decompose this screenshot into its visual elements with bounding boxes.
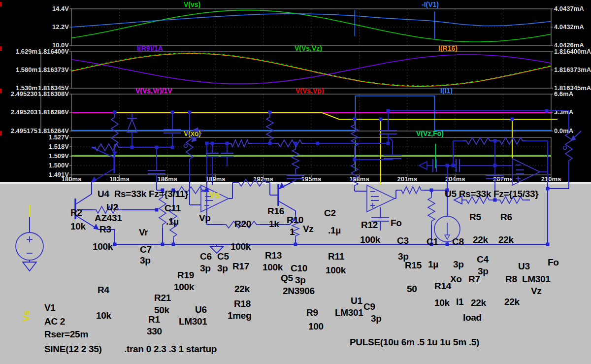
schematic-label-vs-net-top[interactable]: Vs [209, 190, 220, 200]
schematic-label-r17-ref[interactable]: R17 [232, 262, 249, 271]
schematic-label-r13-ref[interactable]: R13 [265, 251, 282, 261]
wire[interactable] [389, 137, 393, 141]
schematic-label-pulse-directive[interactable]: PULSE(10u 6m .5 1u 1u 5m .5) [350, 337, 479, 347]
schematic-label-r21-ref[interactable]: R21 [154, 293, 171, 303]
schematic-label-r1-val[interactable]: 330 [147, 327, 162, 336]
resistor-R15[interactable] [398, 187, 425, 194]
schematic-label-vs-net-left[interactable]: Vs [22, 310, 32, 322]
schematic-label-r17-val[interactable]: 22k [234, 284, 250, 294]
schematic-editor[interactable]: U4 Rs=33k Fz={3/11}VsU5 Rs=33k Fz={15/33… [0, 182, 591, 364]
schematic-label-i1-ref[interactable]: I1 [456, 297, 463, 307]
schematic-label-r18-val[interactable]: 1meg [228, 311, 251, 321]
schematic-label-xo-net[interactable]: Xo [450, 274, 462, 284]
resistor-R3[interactable] [92, 144, 122, 151]
schematic-label-u1-val[interactable]: LM301 [335, 308, 363, 318]
resistor-R13[interactable] [292, 146, 299, 172]
opamp-U3[interactable] [512, 159, 540, 185]
schematic-label-r3-val[interactable]: 100k [93, 242, 113, 252]
schematic-label-r18-ref[interactable]: R18 [234, 299, 251, 309]
schematic-label-vr-net[interactable]: Vr [139, 228, 148, 237]
schematic-label-r9-val[interactable]: 100 [308, 322, 324, 331]
schematic-label-u3-ref[interactable]: U3 [518, 262, 530, 271]
schematic-label-c9-ref[interactable]: C9 [363, 302, 375, 312]
schematic-label-r21-val[interactable]: 50k [154, 305, 169, 315]
schematic-label-r16-ref[interactable]: R16 [267, 206, 284, 216]
resistor-R14[interactable] [428, 194, 435, 225]
schematic-label-c2-ref[interactable]: C2 [324, 208, 336, 218]
schematic-label-u6-ref[interactable]: U6 [195, 305, 207, 315]
schematic-label-v1-rser[interactable]: Rser=25m [44, 330, 88, 339]
schematic-label-v1-ac[interactable]: AC 2 [44, 317, 65, 327]
schematic-label-c10-ref[interactable]: C10 [291, 264, 307, 273]
schematic-label-c6-val[interactable]: 3p [200, 264, 211, 273]
schematic-label-r12-ref[interactable]: R12 [361, 220, 378, 230]
zener-U2[interactable] [127, 119, 137, 132]
schematic-label-r4-val[interactable]: 10k [96, 311, 111, 321]
schematic-label-v1-sine[interactable]: SINE(12 2 35) [44, 344, 102, 354]
schematic-label-r11-val[interactable]: 100k [326, 265, 346, 275]
schematic-label-r2-ref[interactable]: R2 [70, 208, 82, 218]
schematic-label-c1-ref[interactable]: C1 [427, 237, 438, 247]
resistor-R5[interactable] [463, 137, 493, 144]
schematic-label-vp-net[interactable]: Vp [199, 213, 211, 223]
wire[interactable] [92, 147, 114, 158]
schematic-label-r20-ref[interactable]: R20 [234, 219, 251, 229]
schematic-label-tran-directive[interactable]: .tran 0 2.3 .3 1 startup [124, 344, 217, 354]
schematic-label-r1-ref[interactable]: R1 [148, 315, 160, 325]
schematic-label-vz-net-mid[interactable]: Vz [303, 224, 314, 234]
resistor-R20[interactable] [228, 140, 252, 147]
schematic-label-r15-ref[interactable]: R15 [405, 261, 422, 270]
schematic-label-r10-val[interactable]: 1 [290, 227, 295, 237]
schematic-label-r12-val[interactable]: 100k [360, 235, 380, 245]
schematic-label-r13-val[interactable]: 100k [263, 263, 283, 272]
schematic-label-u2-ref[interactable]: U2 [106, 202, 118, 212]
schematic-label-q5-ref[interactable]: Q5 [281, 273, 293, 283]
schematic-label-fo-net-right[interactable]: Fo [548, 258, 559, 267]
schematic-label-r11-ref[interactable]: R11 [328, 252, 344, 262]
resistor-R17[interactable] [235, 179, 270, 186]
schematic-label-c5-ref[interactable]: C5 [217, 252, 229, 262]
schematic-label-c4-ref[interactable]: C4 [477, 255, 489, 265]
schematic-label-c11-ref[interactable]: C11 [164, 203, 181, 213]
schematic-label-u1-ref[interactable]: U1 [351, 296, 362, 306]
resistor-R2[interactable] [111, 114, 118, 148]
schematic-canvas[interactable] [0, 1, 591, 364]
schematic-label-vz-net-right[interactable]: Vz [531, 286, 542, 296]
schematic-label-c6-ref[interactable]: C6 [200, 252, 212, 262]
ground-icon[interactable] [23, 262, 36, 271]
schematic-label-c7-val[interactable]: 3p [140, 256, 151, 265]
schematic-label-r19-val[interactable]: 100k [174, 282, 194, 292]
schematic-label-r8-val[interactable]: 22k [504, 297, 520, 307]
schematic-label-r7-ref[interactable]: R7 [468, 274, 480, 284]
schematic-label-c11-val[interactable]: .1µ [166, 217, 179, 227]
schematic-label-r19-ref[interactable]: R19 [177, 270, 194, 280]
schematic-label-c5-val[interactable]: 3p [217, 264, 228, 273]
resistor-R10[interactable] [275, 140, 305, 147]
schematic-label-r4-ref[interactable]: R4 [98, 285, 109, 295]
schematic-label-u5-directive[interactable]: U5 Rs=33k Fz={15/33} [445, 189, 538, 199]
resistor-R12[interactable] [351, 121, 358, 150]
schematic-label-i1-val[interactable]: load [463, 313, 482, 323]
schematic-label-u4-directive[interactable]: U4 Rs=33k Fz={3/11} [98, 189, 188, 199]
schematic-label-c10-val[interactable]: 3p [295, 275, 306, 285]
schematic-label-u2-val[interactable]: AZ431 [95, 213, 122, 223]
schematic-label-u3-val[interactable]: LM301 [522, 274, 551, 284]
schematic-label-r6-ref[interactable]: R6 [500, 212, 512, 222]
schematic-label-c2-val[interactable]: .1µ [328, 226, 341, 235]
schematic-label-r14-val[interactable]: 10k [434, 298, 450, 308]
schematic-label-r9-ref[interactable]: R9 [306, 308, 318, 318]
schematic-label-c1-val[interactable]: 1µ [428, 260, 438, 269]
resistor-R6[interactable] [496, 137, 526, 144]
resistor-R11[interactable] [351, 161, 358, 189]
schematic-label-r10-ref[interactable]: R10 [287, 215, 303, 225]
schematic-label-r3-ref[interactable]: R3 [99, 225, 111, 234]
schematic-label-u6-val[interactable]: LM301 [179, 317, 207, 327]
schematic-label-fo-net-mid[interactable]: Fo [391, 218, 402, 228]
schematic-label-v1-ref[interactable]: V1 [44, 303, 56, 313]
schematic-label-q5-val[interactable]: 2N3906 [283, 286, 315, 296]
schematic-label-r5-ref[interactable]: R5 [469, 212, 481, 222]
schematic-label-r5-val[interactable]: 22k [473, 235, 488, 245]
schematic-label-c8-ref[interactable]: C8 [452, 237, 464, 247]
schematic-label-c9-val[interactable]: 3p [371, 314, 382, 324]
port-flag-icon[interactable] [419, 162, 427, 169]
